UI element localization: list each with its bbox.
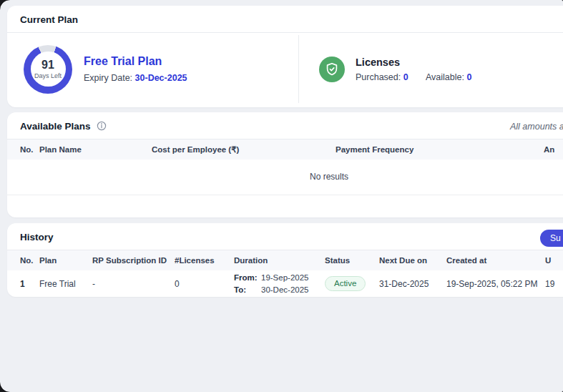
plan-expiry: Expiry Date: 30-Dec-2025 [84, 73, 187, 83]
col-rp-subscription-id: RP Subscription ID [92, 250, 175, 270]
licenses-counts: Purchased: 0 Available: 0 [356, 72, 471, 82]
cell-licenses: 0 [175, 270, 234, 297]
plan-info: Free Trial Plan Expiry Date: 30-Dec-2025 [84, 55, 187, 83]
info-icon[interactable] [97, 121, 107, 131]
col-licenses: #Licenses [175, 250, 234, 270]
cell-rp-subscription-id: - [92, 270, 175, 297]
from-label: From: [234, 272, 261, 284]
col-annual-clipped: An [544, 139, 563, 160]
history-card: History Su No. Plan RP Subscription ID #… [7, 223, 563, 297]
plans-header-row: No. Plan Name Cost per Employee (₹) Paym… [7, 139, 563, 160]
cell-created-at: 19-Sep-2025, 05:22 PM [446, 270, 545, 297]
from-date: 19-Sep-2025 [261, 273, 309, 282]
subscribe-button[interactable]: Su [540, 230, 563, 247]
col-next-due-on: Next Due on [379, 250, 446, 270]
col-cost-per-employee: Cost per Employee (₹) [152, 139, 336, 160]
col-duration: Duration [234, 250, 325, 270]
cell-next-due-on: 31-Dec-2025 [379, 270, 446, 297]
days-left-donut: 91 Days Left [24, 45, 72, 94]
col-plan: Plan [39, 250, 92, 270]
cell-no: 1 [7, 270, 39, 297]
to-date: 30-Dec-2025 [261, 285, 308, 294]
cell-duration: From:19-Sep-2025 To:30-Dec-2025 [234, 270, 325, 297]
current-plan-body: 91 Days Left Free Trial Plan Expiry Date… [7, 33, 563, 105]
col-created-at: Created at [446, 250, 545, 270]
purchased-label: Purchased: [356, 72, 401, 82]
shield-check-icon [319, 57, 345, 82]
plan-name: Free Trial Plan [84, 55, 187, 68]
cell-plan: Free Trial [39, 270, 92, 297]
available-plans-card: Available Plans All amounts ar No. Plan … [7, 112, 563, 217]
available-plans-header: Available Plans All amounts ar [7, 112, 563, 139]
status-badge: Active [325, 276, 366, 291]
col-no: No. [7, 139, 39, 160]
col-updated-clipped: U [545, 250, 563, 270]
billing-page: Current Plan 91 Days Left Free Trial Pla… [0, 0, 563, 392]
licenses-info: Licenses Purchased: 0 Available: 0 [356, 57, 471, 82]
days-left-label: Days Left [34, 72, 62, 79]
current-plan-left: 91 Days Left Free Trial Plan Expiry Date… [7, 45, 298, 94]
current-plan-card: Current Plan 91 Days Left Free Trial Pla… [7, 6, 563, 107]
expiry-label: Expiry Date: [84, 73, 132, 83]
history-header: History Su [7, 223, 563, 250]
available-value: 0 [466, 72, 471, 82]
cell-status: Active [325, 270, 379, 297]
available-plans-table: No. Plan Name Cost per Employee (₹) Paym… [7, 139, 563, 195]
history-table: No. Plan RP Subscription ID #Licenses Du… [7, 250, 563, 297]
days-left-value: 91 [41, 59, 54, 72]
cell-updated-clipped: 19 [545, 270, 563, 297]
history-title: History [20, 232, 54, 242]
col-plan-name: Plan Name [39, 139, 152, 160]
expiry-date: 30-Dec-2025 [135, 73, 187, 83]
purchased-value: 0 [403, 72, 408, 82]
licenses-block: Licenses Purchased: 0 Available: 0 [299, 57, 471, 82]
history-header-row: No. Plan RP Subscription ID #Licenses Du… [7, 250, 563, 270]
to-label: To: [234, 284, 261, 296]
history-row: 1 Free Trial - 0 From:19-Sep-2025 To:30-… [7, 270, 563, 297]
amounts-note: All amounts ar [510, 122, 563, 132]
empty-results-row: No results [7, 160, 563, 195]
available-label: Available: [426, 72, 464, 82]
col-payment-frequency: Payment Frequency [336, 139, 544, 160]
col-status: Status [325, 250, 379, 270]
no-results-text: No results [7, 160, 563, 195]
col-no: No. [7, 250, 39, 270]
licenses-title: Licenses [356, 57, 471, 68]
current-plan-title: Current Plan [7, 6, 563, 33]
available-plans-title: Available Plans [20, 121, 91, 132]
